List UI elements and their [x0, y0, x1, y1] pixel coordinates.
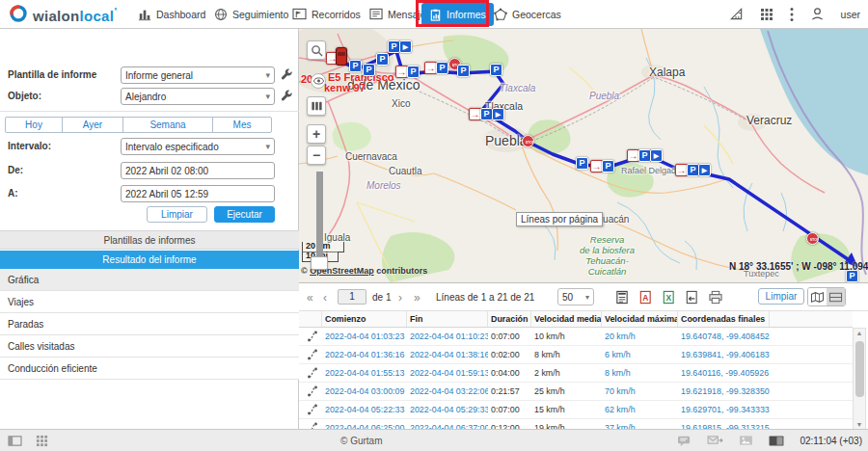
table-clear-button[interactable]: Limpiar — [758, 288, 804, 305]
apps-grid-icon[interactable] — [36, 435, 48, 447]
header-comienzo[interactable]: Comienzo — [322, 311, 407, 327]
tab-report-result[interactable]: Resultado del informe — [0, 251, 299, 269]
cell-fin[interactable]: 2022-04-04 06:37:00 — [407, 419, 488, 429]
cell-coordenadas-finales[interactable]: 19.619815, -99.313215 — [678, 419, 770, 429]
route-icon[interactable] — [299, 419, 322, 429]
photo-icon[interactable] — [739, 435, 753, 446]
section-grafica[interactable]: Gráfica — [0, 269, 299, 291]
unit-car-marker[interactable] — [336, 47, 347, 66]
nav-item-seguimiento[interactable]: Seguimiento — [214, 0, 288, 28]
parking-marker[interactable]: P — [376, 53, 389, 66]
header-duracion[interactable]: Duración — [488, 311, 531, 327]
parking-marker[interactable]: P — [457, 65, 470, 77]
last-page-button[interactable]: » — [414, 283, 420, 311]
parking-marker[interactable]: P — [602, 160, 614, 172]
header-velocidad-media[interactable]: Velocidad media — [531, 311, 602, 327]
parking-marker[interactable]: P — [490, 64, 502, 76]
user-icon[interactable] — [810, 7, 825, 21]
kebab-menu-icon[interactable] — [790, 7, 794, 22]
cell-velocidad-maxima[interactable]: 37 km/h — [602, 419, 678, 429]
execute-button[interactable]: Ejecutar — [214, 206, 275, 223]
section-conduccion-eficiente[interactable]: Conducción eficiente — [0, 358, 299, 380]
page-number-input[interactable]: 1 — [338, 289, 366, 305]
chevron-marker[interactable]: ▶ — [492, 108, 504, 120]
from-date-input[interactable] — [121, 162, 275, 179]
quick-range-hoy[interactable]: Hoy — [5, 117, 63, 133]
parking-marker[interactable]: P — [436, 62, 448, 74]
cell-coordenadas-finales[interactable]: 19.629701, -99.343333 — [678, 401, 770, 418]
apps-grid-icon[interactable] — [760, 8, 773, 21]
template-select[interactable]: Informe general▾ — [121, 66, 275, 84]
parking-marker[interactable]: P — [407, 66, 420, 78]
file-export-icon[interactable] — [685, 290, 698, 305]
excel-export-icon[interactable]: X — [662, 290, 675, 305]
quick-range-ayer[interactable]: Ayer — [62, 117, 123, 133]
cell-velocidad-maxima[interactable]: 6 km/h — [602, 346, 678, 363]
tab-report-templates[interactable]: Plantillas de informes — [0, 230, 299, 250]
section-calles-visitadas[interactable]: Calles visitadas — [0, 335, 299, 358]
nav-item-recorridos[interactable]: Recorridos — [292, 0, 361, 28]
scroll-up-icon[interactable]: ▲ — [854, 330, 865, 336]
cell-comienzo[interactable]: 2022-04-04 05:22:33 — [322, 401, 407, 418]
quick-range-semana[interactable]: Semana — [122, 117, 213, 133]
pdf-export-icon[interactable]: A — [638, 290, 652, 305]
parking-marker[interactable]: P — [349, 60, 362, 72]
scrollbar-thumb[interactable] — [855, 341, 864, 397]
cell-comienzo[interactable]: 2022-04-04 01:03:23 — [322, 328, 407, 345]
header-coordenadas-finales[interactable]: Coordenadas finales — [678, 311, 770, 327]
table-scrollbar[interactable]: ▲ ▼ — [853, 328, 866, 429]
zoom-out-button[interactable]: − — [307, 146, 326, 165]
map-layers-button[interactable] — [307, 96, 326, 116]
chevron-marker[interactable]: ▶ — [698, 164, 711, 176]
cell-fin[interactable]: 2022-04-04 03:22:06 — [407, 383, 488, 400]
parking-marker[interactable]: P — [363, 64, 375, 76]
print-icon[interactable] — [708, 290, 723, 305]
map-canvas[interactable]: d de MéxicoXicoTlaxcalaTlaxcalaPueblaPue… — [299, 29, 868, 282]
header-fin[interactable]: Fin — [407, 311, 488, 327]
header-velocidad-maxima[interactable]: Velocidad máxima — [602, 311, 678, 327]
route-icon[interactable] — [299, 328, 322, 345]
nav-item-dashboard[interactable]: Dashboard — [138, 0, 205, 28]
cell-coordenadas-finales[interactable]: 19.639841, -99.406183 — [678, 346, 770, 363]
panel-toggle-dark-icon[interactable] — [769, 435, 784, 447]
report-template-icon[interactable] — [615, 290, 629, 305]
clear-button[interactable]: Limpiar — [147, 206, 207, 223]
chevron-marker[interactable]: ▶ — [650, 149, 663, 162]
cell-comienzo[interactable]: 2022-04-04 01:36:16 — [322, 346, 407, 363]
cell-fin[interactable]: 2022-04-04 01:59:13 — [407, 364, 488, 382]
parking-marker[interactable]: P — [576, 157, 588, 170]
section-paradas[interactable]: Paradas — [0, 313, 299, 335]
section-viajes[interactable]: Viajes — [0, 291, 299, 313]
nav-item-geocercas[interactable]: Geocercas — [494, 0, 561, 28]
cell-coordenadas-finales[interactable]: 19.621918, -99.328350 — [678, 383, 770, 400]
cell-velocidad-maxima[interactable]: 62 km/h — [602, 401, 678, 418]
chat-icon[interactable] — [677, 435, 692, 447]
cell-velocidad-maxima[interactable]: 8 km/h — [602, 364, 678, 382]
cell-fin[interactable]: 2022-04-04 01:38:16 — [407, 346, 488, 363]
route-icon[interactable] — [299, 401, 322, 418]
cell-velocidad-maxima[interactable]: 70 km/h — [602, 383, 678, 400]
zoom-slider-handle[interactable] — [311, 256, 328, 270]
to-date-input[interactable] — [121, 185, 275, 202]
quick-range-mes[interactable]: Mes — [212, 117, 272, 133]
route-icon[interactable] — [299, 364, 322, 382]
scroll-down-icon[interactable]: ▼ — [854, 421, 865, 428]
object-settings-wrench-icon[interactable] — [280, 89, 293, 104]
prev-page-button[interactable]: ‹ — [323, 283, 327, 311]
user-name-label[interactable]: user — [841, 9, 860, 20]
template-settings-wrench-icon[interactable] — [280, 67, 293, 83]
stop-sign-marker[interactable]: STOP — [806, 232, 819, 245]
cell-fin[interactable]: 2022-04-04 05:29:33 — [407, 401, 488, 418]
chevron-marker[interactable]: ▶ — [399, 40, 412, 53]
cell-comienzo[interactable]: 2022-04-04 03:00:09 — [322, 383, 407, 400]
cell-coordenadas-finales[interactable]: 19.640116, -99.405926 — [678, 364, 770, 382]
cell-comienzo[interactable]: 2022-04-04 06:25:00 — [322, 419, 407, 429]
zoom-slider-track[interactable] — [316, 172, 323, 270]
wialon-logo[interactable]: wialonlocal’ — [8, 3, 118, 26]
route-icon[interactable] — [299, 346, 322, 363]
interval-select[interactable]: Intervalo especificado▾ — [121, 138, 275, 155]
first-page-button[interactable]: « — [307, 283, 313, 311]
map-view-toggle-icon[interactable] — [808, 288, 827, 305]
table-view-toggle-icon[interactable] — [827, 288, 845, 305]
layout-panel-icon[interactable] — [8, 435, 22, 447]
